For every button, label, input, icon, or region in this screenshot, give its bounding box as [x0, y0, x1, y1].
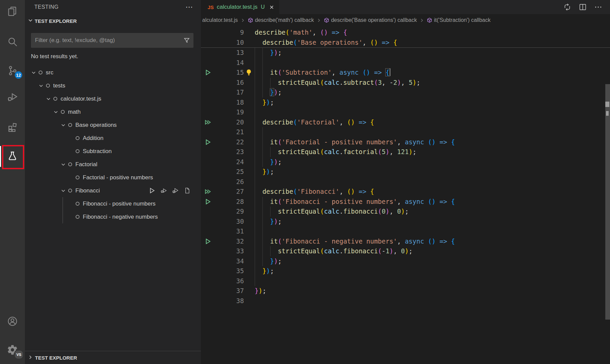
- test-state-circle-icon: [67, 162, 73, 167]
- code-line-29[interactable]: 29 strictEqual(calc.fibonacci(0), 0);: [201, 207, 610, 217]
- activity-item-testing[interactable]: [0, 148, 25, 164]
- debug-test-icon[interactable]: [160, 187, 167, 194]
- line-number: 33: [236, 246, 244, 256]
- line-number: 24: [236, 157, 244, 167]
- code-text: describe('math', () => {: [255, 28, 347, 38]
- chevron-down-icon: [38, 83, 44, 88]
- tree-item-src[interactable]: src: [25, 66, 201, 79]
- tree-item-factorial-positive-numbers[interactable]: Factorial - positive numbers: [25, 171, 201, 184]
- indent-guide: [63, 210, 63, 223]
- sidebar-more-actions-icon[interactable]: ⋯: [185, 5, 193, 9]
- open-changes-icon[interactable]: [563, 3, 572, 11]
- code-line-28[interactable]: 28 it('Fibonacci - positive numbers', as…: [201, 197, 610, 207]
- tree-item-label: Subtraction: [83, 148, 112, 155]
- tree-item-calculator-test-js[interactable]: calculator.test.js: [25, 92, 201, 105]
- run-test-icon[interactable]: [148, 187, 155, 194]
- breadcrumb-label: alculator.test.js: [202, 17, 238, 23]
- profile-badge: VS: [14, 350, 24, 359]
- code-line-27[interactable]: 27 describe('Fibonacci', () => {: [201, 187, 610, 197]
- tree-item-base-operations[interactable]: Base operations: [25, 118, 201, 132]
- line-number: 37: [236, 286, 244, 296]
- tree-item-math[interactable]: math: [25, 105, 201, 118]
- activity-item-run-and-debug[interactable]: [0, 89, 25, 105]
- split-editor-icon[interactable]: [578, 3, 587, 11]
- gutter: 29: [201, 207, 255, 217]
- code-line-31[interactable]: 31: [201, 226, 610, 236]
- code-line-23[interactable]: 23 strictEqual(calc.factorial(5), 121);: [201, 147, 610, 157]
- more-actions-icon[interactable]: [594, 3, 603, 11]
- breadcrumb-item[interactable]: describe('Base operations') callback: [324, 17, 417, 23]
- tree-item-subtraction[interactable]: Subtraction: [25, 145, 201, 158]
- go-to-test-icon[interactable]: [184, 187, 191, 194]
- activity-item-search[interactable]: [0, 34, 25, 50]
- filter-icon[interactable]: [180, 37, 193, 44]
- tree-item-fibonacci[interactable]: Fibonacci: [25, 184, 201, 197]
- code-line-16[interactable]: 16 strictEqual(calc.subtract(3, -2), 5);: [201, 78, 610, 88]
- tab-calculator-test-js[interactable]: JS calculator.test.js U: [201, 0, 279, 14]
- activity-item-accounts[interactable]: [0, 313, 25, 329]
- chevron-down-icon: [60, 188, 67, 193]
- indent-guide: [262, 127, 263, 137]
- test-explorer-collapsed-section[interactable]: TEST EXPLORER: [25, 351, 201, 364]
- code-text: it('Fibonacci - positive numbers', async…: [255, 197, 455, 207]
- code-line-37[interactable]: 37});: [201, 286, 610, 296]
- tree-item-fibonacci-positive-numbers[interactable]: Fibonacci - positive numbers: [25, 197, 201, 210]
- run-test-icon[interactable]: [204, 139, 211, 147]
- run-all-tests-icon[interactable]: [204, 119, 211, 127]
- run-all-tests-icon[interactable]: [204, 188, 211, 196]
- code-line-21[interactable]: 21: [201, 127, 610, 137]
- code-line-36[interactable]: 36: [201, 276, 610, 286]
- indent-guide: [262, 236, 263, 247]
- breadcrumb-item[interactable]: alculator.test.js: [202, 17, 238, 23]
- tree-item-tests[interactable]: tests: [25, 79, 201, 92]
- code-line-25[interactable]: 25 });: [201, 167, 610, 177]
- run-test-icon[interactable]: [204, 69, 211, 77]
- code-line-15[interactable]: 15 it('Subtraction', async () => {: [201, 68, 610, 78]
- code-line-24[interactable]: 24 });: [201, 157, 610, 167]
- test-results-status: No test results yet.: [31, 53, 201, 60]
- activity-item-explorer[interactable]: [0, 3, 25, 20]
- editor-group: JS calculator.test.js U alculator.test.j…: [201, 0, 610, 364]
- code-line-35[interactable]: 35 });: [201, 266, 610, 276]
- breadcrumb: alculator.test.jsdescribe('math') callba…: [201, 14, 610, 26]
- code-line-38[interactable]: 38: [201, 296, 610, 306]
- activity-item-source-control[interactable]: 12: [0, 63, 25, 79]
- scrollbar-thumb[interactable]: [605, 84, 610, 320]
- code-line-19[interactable]: 19: [201, 107, 610, 117]
- activity-item-settings[interactable]: VS: [0, 342, 25, 358]
- code-line-9[interactable]: 9describe('math', () => {: [201, 28, 610, 38]
- code-line-20[interactable]: 20 describe('Factorial', () => {: [201, 117, 610, 128]
- breadcrumb-item[interactable]: it('Subtraction') callback: [427, 17, 491, 23]
- code-line-32[interactable]: 32 it('Fibonacci - negative numbers', as…: [201, 236, 610, 247]
- run-with-coverage-icon[interactable]: [172, 187, 179, 194]
- run-test-icon[interactable]: [204, 198, 211, 207]
- code-line-34[interactable]: 34 });: [201, 256, 610, 266]
- close-icon[interactable]: [269, 4, 275, 10]
- code-line-33[interactable]: 33 strictEqual(calc.fibonacci(-1), 0);: [201, 246, 610, 256]
- code-line-10[interactable]: 10 describe('Base operations', () => {: [201, 38, 610, 48]
- test-state-circle-icon: [74, 136, 81, 141]
- code-line-13[interactable]: 13 });: [201, 48, 610, 58]
- code-area[interactable]: 9describe('math', () => {10 describe('Ba…: [201, 26, 610, 364]
- code-line-30[interactable]: 30 });: [201, 217, 610, 227]
- tree-item-addition[interactable]: Addition: [25, 132, 201, 145]
- code-line-22[interactable]: 22 it('Factorial - positive numbers', as…: [201, 137, 610, 147]
- code-text: describe('Fibonacci', () => {: [255, 187, 374, 197]
- run-test-icon[interactable]: [204, 238, 211, 246]
- tree-item-factorial[interactable]: Factorial: [25, 158, 201, 171]
- code-line-18[interactable]: 18 });: [201, 98, 610, 108]
- lightbulb-icon[interactable]: [245, 69, 252, 77]
- code-line-14[interactable]: 14: [201, 58, 610, 68]
- tree-item-fibonacci-negative-numbers[interactable]: Fibonacci - negative numbers: [25, 210, 201, 223]
- code-line-26[interactable]: 26: [201, 177, 610, 187]
- breadcrumb-item[interactable]: describe('math') callback: [248, 17, 314, 23]
- test-filter-input[interactable]: [31, 37, 180, 44]
- test-state-circle-icon: [59, 109, 66, 114]
- tree-item-label: Base operations: [75, 122, 117, 129]
- activity-item-extensions[interactable]: [0, 119, 25, 135]
- code-line-17[interactable]: 17 });: [201, 87, 610, 98]
- indent-guide: [255, 58, 255, 68]
- indent-guide: [255, 226, 255, 236]
- code-text: });: [255, 98, 274, 108]
- test-explorer-section-header[interactable]: TEST EXPLORER: [25, 14, 201, 28]
